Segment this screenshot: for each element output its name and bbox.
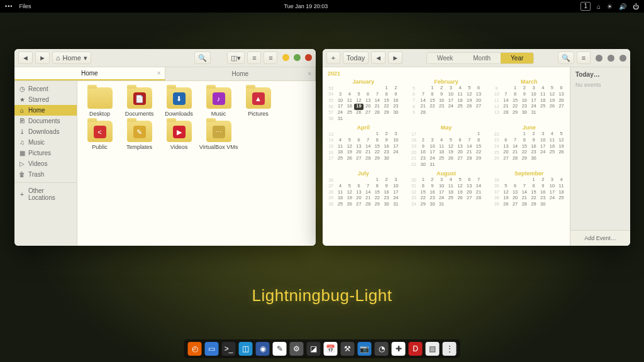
folder-downloads[interactable]: ⬇Downloads bbox=[159, 87, 199, 117]
sidebar-item-icon: ▷ bbox=[19, 160, 25, 167]
month-april[interactable]: April13123144567891015111213141516171618… bbox=[326, 123, 401, 168]
dock-app-2[interactable]: >_ bbox=[222, 342, 236, 356]
sidebar-item-documents[interactable]: 🖹Documents bbox=[14, 116, 77, 126]
month-may[interactable]: May1711823456781991011121314152016171819… bbox=[409, 123, 484, 168]
view-week[interactable]: Week bbox=[427, 53, 463, 63]
today-button[interactable]: Today bbox=[343, 52, 369, 64]
forward-button[interactable]: ► bbox=[35, 52, 50, 64]
tab[interactable]: Home× bbox=[165, 67, 316, 80]
path-bar[interactable]: ⌂ Home ▾ bbox=[52, 52, 91, 64]
next-button[interactable]: ► bbox=[388, 52, 402, 64]
dock-app-14[interactable]: ▤ bbox=[426, 342, 440, 356]
folder-pictures[interactable]: ▲Pictures bbox=[238, 87, 278, 117]
prev-button[interactable]: ◄ bbox=[371, 52, 386, 64]
power-icon[interactable]: ⏻ bbox=[633, 3, 639, 10]
folder-public[interactable]: <Public bbox=[80, 121, 119, 150]
close-icon[interactable]: × bbox=[308, 70, 311, 77]
minimize-button[interactable] bbox=[282, 54, 289, 61]
dock-app-13[interactable]: D bbox=[409, 342, 423, 356]
folder-label: Documents bbox=[119, 111, 159, 117]
clock[interactable]: Tue Jan 19 20:03 bbox=[284, 3, 328, 9]
minimize-button[interactable] bbox=[596, 55, 602, 62]
dock-app-15[interactable]: ⋮⋮⋮ bbox=[443, 342, 457, 356]
close-icon[interactable]: × bbox=[157, 70, 161, 77]
search-button[interactable]: 🔍 bbox=[194, 52, 211, 64]
dock-app-7[interactable]: ◪ bbox=[307, 342, 321, 356]
month-name: April bbox=[326, 123, 401, 131]
dock-app-9[interactable]: ⚒ bbox=[341, 342, 355, 356]
folder-label: Videos bbox=[159, 144, 199, 150]
dock-app-4[interactable]: ◉ bbox=[256, 342, 270, 356]
sidebar-item-videos[interactable]: ▷Videos bbox=[14, 158, 77, 169]
add-event-button[interactable]: Add Event… bbox=[570, 230, 630, 246]
menu-button[interactable]: ≡ bbox=[264, 52, 277, 64]
activities-button[interactable]: ••• bbox=[5, 3, 13, 9]
folder-desktop[interactable]: Desktop bbox=[80, 87, 119, 117]
folder-label: Templates bbox=[119, 144, 159, 150]
new-event-button[interactable]: + bbox=[326, 52, 340, 64]
sidebar-item-icon: ▦ bbox=[19, 150, 25, 156]
home-icon: ⌂ bbox=[56, 54, 60, 62]
folder-label: Music bbox=[199, 111, 238, 117]
dock-app-3[interactable]: ◫ bbox=[239, 342, 253, 356]
volume-icon[interactable]: 🔊 bbox=[619, 3, 626, 10]
sidebar-item-label: Trash bbox=[28, 171, 44, 178]
sidebar-item-starred[interactable]: ★Starred bbox=[14, 94, 77, 105]
close-button[interactable] bbox=[619, 55, 626, 62]
folder-emblem-icon: ⋯ bbox=[213, 126, 225, 138]
menu-button[interactable]: ≡ bbox=[577, 52, 591, 64]
calendar-year-view[interactable]: 2021 January5312543456789551011121314151… bbox=[323, 67, 570, 246]
top-bar: ••• Files Tue Jan 19 20:03 1 ⌂ ☀ 🔊 ⏻ bbox=[0, 0, 644, 13]
dock-app-5[interactable]: ✎ bbox=[273, 342, 287, 356]
sidebar-item-pictures[interactable]: ▦Pictures bbox=[14, 148, 77, 158]
maximize-button[interactable] bbox=[608, 55, 614, 62]
files-sidebar: ◷Recent★Starred⌂Home🖹Documents⤓Downloads… bbox=[14, 81, 77, 246]
dock-app-11[interactable]: ◔ bbox=[375, 342, 389, 356]
files-content[interactable]: Desktop📄Documents⬇Downloads♪Music▲Pictur… bbox=[77, 81, 316, 246]
folder-templates[interactable]: ✎Templates bbox=[119, 121, 159, 150]
folder-videos[interactable]: ▶Videos bbox=[159, 121, 199, 150]
month-january[interactable]: January531254345678955101112131415165617… bbox=[326, 77, 401, 122]
month-july[interactable]: July261232745678910281112131415161729181… bbox=[326, 169, 401, 207]
sidebar-item-trash[interactable]: 🗑Trash bbox=[14, 169, 77, 180]
folder-music[interactable]: ♪Music bbox=[199, 87, 238, 117]
view-year[interactable]: Year bbox=[501, 53, 533, 63]
month-september[interactable]: September3512343656789101137121314151617… bbox=[492, 169, 566, 207]
dock-app-12[interactable]: ✚ bbox=[392, 342, 406, 356]
sidebar-item-other-locations[interactable]: + Other Locations bbox=[14, 185, 77, 203]
tab[interactable]: Home× bbox=[14, 67, 165, 80]
sidebar-item-music[interactable]: ♫Music bbox=[14, 137, 77, 148]
close-button[interactable] bbox=[305, 54, 312, 61]
folder-virtualbox-vms[interactable]: ⋯VirtualBox VMs bbox=[199, 121, 238, 150]
folder-documents[interactable]: 📄Documents bbox=[119, 87, 159, 117]
dock-app-1[interactable]: ▭ bbox=[205, 342, 219, 356]
sidebar-item-home[interactable]: ⌂Home bbox=[14, 105, 77, 116]
sidebar-item-label: Pictures bbox=[28, 150, 51, 156]
zoom-button[interactable]: ◫▾ bbox=[227, 52, 245, 64]
back-button[interactable]: ◄ bbox=[18, 52, 33, 64]
sidebar-item-label: Recent bbox=[28, 85, 48, 92]
month-march[interactable]: March91234561078910111213111415161718192… bbox=[492, 77, 566, 122]
dock-app-10[interactable]: 📷 bbox=[358, 342, 372, 356]
brightness-icon[interactable]: ☀ bbox=[607, 3, 613, 10]
chevron-down-icon: ▾ bbox=[84, 54, 87, 62]
sidebar-item-downloads[interactable]: ⤓Downloads bbox=[14, 126, 77, 137]
month-name: January bbox=[326, 77, 401, 85]
dock-app-8[interactable]: 📅 bbox=[324, 342, 338, 356]
month-june[interactable]: June221234523678910111224131415161718192… bbox=[492, 123, 566, 168]
workspace-indicator[interactable]: 1 bbox=[580, 2, 591, 11]
search-button[interactable]: 🔍 bbox=[558, 52, 574, 64]
folder-emblem-icon: ▶ bbox=[173, 126, 186, 138]
list-view-button[interactable]: ≡ bbox=[247, 52, 261, 64]
month-august[interactable]: August3012345673189101112131432151617181… bbox=[409, 169, 484, 207]
dock-app-0[interactable]: ◴ bbox=[188, 342, 202, 356]
month-february[interactable]: February51234566789101112137141516171819… bbox=[409, 77, 484, 122]
sidebar-item-recent[interactable]: ◷Recent bbox=[14, 84, 77, 94]
view-month[interactable]: Month bbox=[463, 53, 501, 63]
home-icon[interactable]: ⌂ bbox=[597, 3, 601, 10]
tab-label: Home bbox=[81, 70, 98, 77]
maximize-button[interactable] bbox=[294, 54, 301, 61]
dock-app-6[interactable]: ⚙ bbox=[290, 342, 304, 356]
folder-icon: ▲ bbox=[246, 87, 271, 109]
app-name[interactable]: Files bbox=[19, 3, 31, 9]
